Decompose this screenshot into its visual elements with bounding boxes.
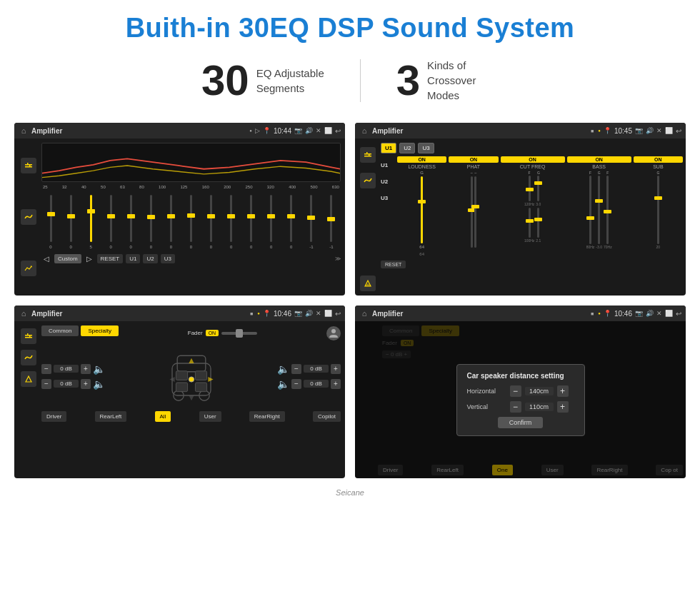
eq-u1-btn[interactable]: U1 [126,254,140,263]
bal-rl-plus[interactable]: + [81,379,91,389]
home-icon-2[interactable] [359,126,369,136]
eq-slider-8[interactable]: 0 [181,192,200,249]
cx-ch-bass: ON BASS F 80Hz G [567,156,631,249]
profile-icon[interactable] [326,326,341,340]
eq-slider-12[interactable]: 0 [262,192,281,249]
bal-driver-btn[interactable]: Driver [41,411,66,422]
eq-slider-14[interactable]: -1 [302,192,321,249]
cx-cutfreq-top[interactable]: F 120Hz G 3.0 [524,171,541,206]
bal-fader-toggle[interactable]: ON [206,330,219,336]
screen-eq: Amplifier 📍 10:44 📷 🔊 ✕ ⬜ ↩ [14,123,345,296]
bal-rl-val: 0 dB [54,380,79,388]
bal-sidebar-btn-3[interactable] [21,371,36,387]
svg-marker-26 [189,358,194,363]
eq-slider-3[interactable]: 5 [81,192,100,249]
cx-sub-on[interactable]: ON [634,156,683,163]
cx-phat-s2[interactable]: ~ [474,171,477,249]
dialog-vertical-minus[interactable]: − [510,401,521,413]
cam-icon-2: 📷 [635,127,643,134]
eq-slider-1[interactable]: 0 [41,192,60,249]
bal-copilot-btn[interactable]: Copilot [313,411,341,422]
eq-sidebar-btn-2[interactable] [21,209,36,225]
play-icon-1[interactable] [255,127,260,134]
eq-sidebar-btn-1[interactable] [21,158,36,173]
x-icon-4[interactable]: ✕ [656,310,662,317]
bal-sidebar-btn-1[interactable] [21,328,36,344]
stat-number-crossover: 3 [396,59,420,102]
cx-u3-btn[interactable]: U3 [418,143,434,153]
cx-phat-s1[interactable]: ~ [470,171,473,249]
eq-slider-6[interactable]: 0 [141,192,160,249]
eq-slider-7[interactable]: 0 [161,192,180,249]
dialog-vertical-plus[interactable]: + [557,401,569,413]
back-icon-2[interactable]: ↩ [676,127,681,135]
dot-icon-1 [249,128,252,133]
cx-sidebar-btn-2[interactable] [360,173,376,188]
eq-slider-10[interactable]: 0 [222,192,241,249]
eq-sidebar-btn-3[interactable] [21,261,36,276]
dialog-horizontal-plus[interactable]: + [557,385,569,397]
bal-all-btn[interactable]: All [155,411,171,422]
eq-prev-btn[interactable]: ◁ [41,253,51,263]
eq-slider-2[interactable]: 0 [61,192,80,249]
stat-number-eq: 30 [201,59,249,102]
bal-rr-plus[interactable]: + [331,379,341,389]
screen-distance: Amplifier ■ ● 📍 10:46 📷 🔊 ✕ ⬜ ↩ Common [355,306,686,478]
bal-tabs: Common Specialty [41,325,119,336]
cx-loudness-on[interactable]: ON [397,156,446,163]
back-icon-4[interactable]: ↩ [676,310,681,318]
eq-reset-btn[interactable]: RESET [97,254,124,263]
dialog-confirm-btn[interactable]: Confirm [498,417,544,428]
cx-reset-btn[interactable]: RESET [381,261,406,268]
bal-fader-track[interactable] [221,332,257,335]
expand-icon[interactable]: ≫ [335,256,341,262]
bal-tab-specialty[interactable]: Specialty [81,325,118,336]
eq-next-btn[interactable]: ▷ [84,253,94,263]
bal-rl-minus[interactable]: − [41,379,51,389]
bal-top-row: Common Specialty Fader ON [41,325,341,340]
bal-rearleft-btn[interactable]: RearLeft [95,411,127,422]
x-icon-1[interactable]: ✕ [316,127,321,134]
home-icon-4[interactable] [359,308,369,318]
bal-rr-minus[interactable]: − [291,379,301,389]
bal-fr-plus[interactable]: + [331,364,341,374]
bal-user-btn[interactable]: User [199,411,221,422]
eq-u3-btn[interactable]: U3 [161,254,175,263]
dialog-horizontal-minus[interactable]: − [510,385,521,397]
eq-slider-13[interactable]: 0 [282,192,301,249]
back-icon-1[interactable]: ↩ [335,127,341,135]
eq-sliders: 0 0 5 0 0 0 0 0 0 0 0 0 0 -1 -1 [41,192,341,249]
eq-u2-btn[interactable]: U2 [143,254,157,263]
cx-phat-on[interactable]: ON [449,156,498,163]
gps-icon-4: 📍 [604,310,611,317]
cx-cutfreq-label: CUT FREQ [520,164,546,169]
eq-custom-btn[interactable]: Custom [54,254,81,263]
cx-bass-on[interactable]: ON [567,156,631,163]
cx-u1-btn[interactable]: U1 [381,143,396,153]
cx-sidebar-btn-1[interactable] [360,147,376,163]
eq-slider-11[interactable]: 0 [242,192,261,249]
cx-loudness-s1[interactable]: G 64 [419,171,424,249]
cx-cutfreq-bottom[interactable]: 100Hz 2.1 [524,207,541,243]
eq-slider-9[interactable]: 0 [202,192,221,249]
back-icon-3[interactable]: ↩ [335,310,341,318]
bal-fl-plus[interactable]: + [81,364,91,374]
bal-fader: Fader ON [188,330,257,336]
eq-slider-4[interactable]: 0 [101,192,120,249]
bal-fl-minus[interactable]: − [41,364,51,374]
x-icon-2[interactable]: ✕ [656,127,662,134]
bal-fr-minus[interactable]: − [291,364,301,374]
home-icon[interactable] [19,126,29,136]
cx-cutfreq-on[interactable]: ON [501,156,565,163]
cx-sidebar-btn-3[interactable] [360,276,376,291]
eq-slider-15[interactable]: -1 [322,192,341,249]
x-icon-3[interactable]: ✕ [316,310,321,317]
home-icon-3[interactable] [19,308,29,318]
bal-sidebar-btn-2[interactable] [21,350,36,365]
bal-tab-common[interactable]: Common [41,325,79,336]
bal-fr-val: 0 dB [304,365,329,373]
bal-car-diagram [109,344,273,408]
bal-rearright-btn[interactable]: RearRight [249,411,285,422]
eq-slider-5[interactable]: 0 [121,192,140,249]
cx-u2-btn[interactable]: U2 [399,143,415,153]
